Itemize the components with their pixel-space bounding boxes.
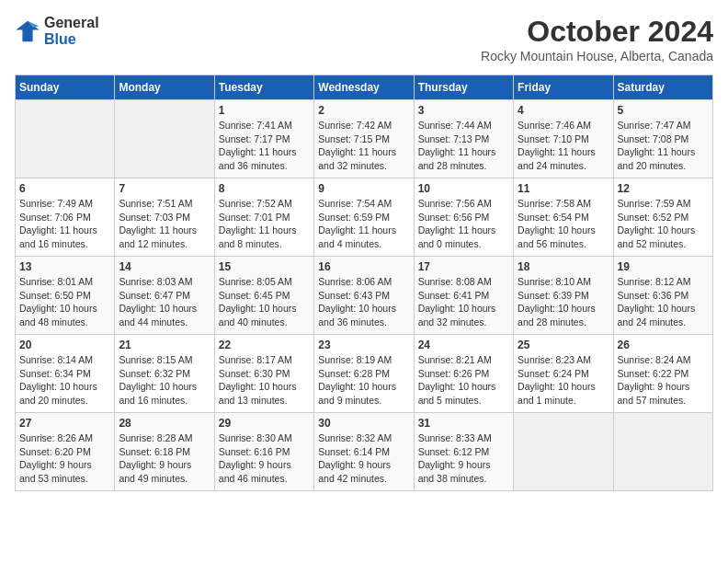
day-number: 10 — [418, 182, 509, 195]
calendar-cell: 11Sunrise: 7:58 AM Sunset: 6:54 PM Dayli… — [514, 178, 613, 257]
day-number: 28 — [119, 417, 210, 430]
day-info: Sunrise: 7:59 AM Sunset: 6:52 PM Dayligh… — [618, 197, 709, 251]
calendar-cell: 24Sunrise: 8:21 AM Sunset: 6:26 PM Dayli… — [414, 335, 513, 413]
day-info: Sunrise: 8:17 AM Sunset: 6:30 PM Dayligh… — [219, 353, 310, 408]
day-number: 5 — [618, 104, 709, 117]
calendar-cell: 26Sunrise: 8:24 AM Sunset: 6:22 PM Dayli… — [613, 335, 712, 413]
day-info: Sunrise: 8:10 AM Sunset: 6:39 PM Dayligh… — [518, 275, 609, 329]
day-number: 27 — [19, 417, 110, 430]
calendar-cell: 2Sunrise: 7:42 AM Sunset: 7:15 PM Daylig… — [314, 100, 414, 178]
calendar-cell: 16Sunrise: 8:06 AM Sunset: 6:43 PM Dayli… — [314, 257, 414, 335]
calendar-cell: 17Sunrise: 8:08 AM Sunset: 6:41 PM Dayli… — [414, 257, 513, 335]
day-info: Sunrise: 7:54 AM Sunset: 6:59 PM Dayligh… — [318, 197, 409, 251]
day-info: Sunrise: 8:21 AM Sunset: 6:26 PM Dayligh… — [418, 353, 509, 408]
col-friday: Friday — [514, 75, 613, 100]
day-info: Sunrise: 7:52 AM Sunset: 7:01 PM Dayligh… — [219, 197, 310, 251]
day-number: 17 — [418, 260, 509, 273]
day-info: Sunrise: 7:41 AM Sunset: 7:17 PM Dayligh… — [219, 119, 310, 173]
day-info: Sunrise: 8:06 AM Sunset: 6:43 PM Dayligh… — [318, 275, 409, 329]
day-number: 23 — [318, 339, 409, 351]
calendar-title: October 2024 — [481, 15, 713, 49]
day-number: 14 — [119, 260, 210, 273]
day-number: 8 — [219, 182, 310, 195]
day-number: 19 — [618, 260, 709, 273]
day-number: 22 — [219, 339, 310, 351]
calendar-cell: 7Sunrise: 7:51 AM Sunset: 7:03 PM Daylig… — [115, 178, 214, 257]
calendar-week-2: 6Sunrise: 7:49 AM Sunset: 7:06 PM Daylig… — [16, 178, 713, 257]
calendar-cell: 29Sunrise: 8:30 AM Sunset: 6:16 PM Dayli… — [214, 413, 313, 491]
day-info: Sunrise: 8:03 AM Sunset: 6:47 PM Dayligh… — [119, 275, 210, 329]
day-number: 12 — [618, 182, 709, 195]
calendar-cell: 9Sunrise: 7:54 AM Sunset: 6:59 PM Daylig… — [314, 178, 414, 257]
calendar-cell: 12Sunrise: 7:59 AM Sunset: 6:52 PM Dayli… — [613, 178, 712, 257]
calendar-cell: 22Sunrise: 8:17 AM Sunset: 6:30 PM Dayli… — [214, 335, 313, 413]
calendar-week-5: 27Sunrise: 8:26 AM Sunset: 6:20 PM Dayli… — [16, 413, 713, 491]
calendar-cell: 30Sunrise: 8:32 AM Sunset: 6:14 PM Dayli… — [314, 413, 414, 491]
day-number: 6 — [19, 182, 110, 195]
calendar-cell: 28Sunrise: 8:28 AM Sunset: 6:18 PM Dayli… — [115, 413, 214, 491]
col-monday: Monday — [115, 75, 214, 100]
day-info: Sunrise: 7:47 AM Sunset: 7:08 PM Dayligh… — [618, 119, 709, 173]
calendar-cell — [613, 413, 712, 491]
calendar-cell: 27Sunrise: 8:26 AM Sunset: 6:20 PM Dayli… — [16, 413, 115, 491]
calendar-cell: 20Sunrise: 8:14 AM Sunset: 6:34 PM Dayli… — [16, 335, 115, 413]
day-number: 26 — [618, 339, 709, 351]
page-header: General Blue October 2024 Rocky Mountain… — [15, 15, 713, 63]
day-number: 24 — [418, 339, 509, 351]
day-info: Sunrise: 7:44 AM Sunset: 7:13 PM Dayligh… — [418, 119, 509, 173]
calendar-cell: 31Sunrise: 8:33 AM Sunset: 6:12 PM Dayli… — [414, 413, 513, 491]
calendar-cell: 6Sunrise: 7:49 AM Sunset: 7:06 PM Daylig… — [16, 178, 115, 257]
day-number: 4 — [518, 104, 609, 117]
logo-icon — [15, 18, 40, 44]
day-info: Sunrise: 7:46 AM Sunset: 7:10 PM Dayligh… — [518, 119, 609, 173]
calendar-subtitle: Rocky Mountain House, Alberta, Canada — [481, 49, 713, 63]
title-block: October 2024 Rocky Mountain House, Alber… — [481, 15, 713, 63]
calendar-week-1: 1Sunrise: 7:41 AM Sunset: 7:17 PM Daylig… — [16, 100, 713, 178]
calendar-cell: 21Sunrise: 8:15 AM Sunset: 6:32 PM Dayli… — [115, 335, 214, 413]
calendar-week-3: 13Sunrise: 8:01 AM Sunset: 6:50 PM Dayli… — [16, 257, 713, 335]
calendar-cell: 10Sunrise: 7:56 AM Sunset: 6:56 PM Dayli… — [414, 178, 513, 257]
calendar-cell: 25Sunrise: 8:23 AM Sunset: 6:24 PM Dayli… — [514, 335, 613, 413]
calendar-cell: 3Sunrise: 7:44 AM Sunset: 7:13 PM Daylig… — [414, 100, 513, 178]
day-number: 11 — [518, 182, 609, 195]
col-saturday: Saturday — [613, 75, 712, 100]
day-number: 15 — [219, 260, 310, 273]
day-number: 13 — [19, 260, 110, 273]
calendar-cell: 1Sunrise: 7:41 AM Sunset: 7:17 PM Daylig… — [214, 100, 313, 178]
day-info: Sunrise: 8:01 AM Sunset: 6:50 PM Dayligh… — [19, 275, 110, 329]
calendar-cell: 18Sunrise: 8:10 AM Sunset: 6:39 PM Dayli… — [514, 257, 613, 335]
day-info: Sunrise: 7:42 AM Sunset: 7:15 PM Dayligh… — [318, 119, 409, 173]
day-info: Sunrise: 8:26 AM Sunset: 6:20 PM Dayligh… — [19, 431, 110, 486]
col-tuesday: Tuesday — [214, 75, 313, 100]
day-number: 31 — [418, 417, 509, 430]
day-info: Sunrise: 8:05 AM Sunset: 6:45 PM Dayligh… — [219, 275, 310, 329]
calendar-cell — [115, 100, 214, 178]
col-wednesday: Wednesday — [314, 75, 414, 100]
day-info: Sunrise: 8:24 AM Sunset: 6:22 PM Dayligh… — [618, 353, 709, 408]
day-info: Sunrise: 7:49 AM Sunset: 7:06 PM Dayligh… — [19, 197, 110, 251]
day-number: 9 — [318, 182, 409, 195]
day-info: Sunrise: 7:56 AM Sunset: 6:56 PM Dayligh… — [418, 197, 509, 251]
col-thursday: Thursday — [414, 75, 513, 100]
calendar-cell: 23Sunrise: 8:19 AM Sunset: 6:28 PM Dayli… — [314, 335, 414, 413]
calendar-cell: 15Sunrise: 8:05 AM Sunset: 6:45 PM Dayli… — [214, 257, 313, 335]
calendar-cell: 4Sunrise: 7:46 AM Sunset: 7:10 PM Daylig… — [514, 100, 613, 178]
calendar-cell — [514, 413, 613, 491]
calendar-cell: 19Sunrise: 8:12 AM Sunset: 6:36 PM Dayli… — [613, 257, 712, 335]
day-info: Sunrise: 8:08 AM Sunset: 6:41 PM Dayligh… — [418, 275, 509, 329]
day-info: Sunrise: 8:15 AM Sunset: 6:32 PM Dayligh… — [119, 353, 210, 408]
calendar-cell: 14Sunrise: 8:03 AM Sunset: 6:47 PM Dayli… — [115, 257, 214, 335]
calendar-table: Sunday Monday Tuesday Wednesday Thursday… — [15, 75, 713, 491]
header-row: Sunday Monday Tuesday Wednesday Thursday… — [16, 75, 713, 100]
logo-text: General Blue — [44, 15, 99, 48]
day-info: Sunrise: 8:23 AM Sunset: 6:24 PM Dayligh… — [518, 353, 609, 408]
calendar-cell: 5Sunrise: 7:47 AM Sunset: 7:08 PM Daylig… — [613, 100, 712, 178]
day-info: Sunrise: 8:32 AM Sunset: 6:14 PM Dayligh… — [318, 431, 409, 486]
day-number: 25 — [518, 339, 609, 351]
day-number: 3 — [418, 104, 509, 117]
day-number: 29 — [219, 417, 310, 430]
day-number: 1 — [219, 104, 310, 117]
calendar-cell: 8Sunrise: 7:52 AM Sunset: 7:01 PM Daylig… — [214, 178, 313, 257]
calendar-cell: 13Sunrise: 8:01 AM Sunset: 6:50 PM Dayli… — [16, 257, 115, 335]
day-info: Sunrise: 8:14 AM Sunset: 6:34 PM Dayligh… — [19, 353, 110, 408]
